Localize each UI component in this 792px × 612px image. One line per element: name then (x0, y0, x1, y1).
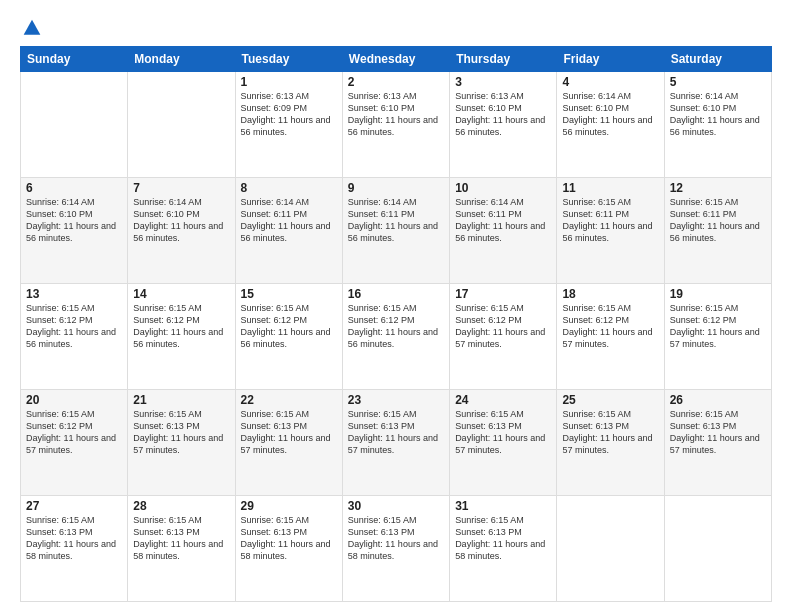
day-number: 10 (455, 181, 551, 195)
calendar-cell: 11Sunrise: 6:15 AM Sunset: 6:11 PM Dayli… (557, 178, 664, 284)
calendar-day-header: Wednesday (342, 47, 449, 72)
calendar-day-header: Saturday (664, 47, 771, 72)
calendar-cell: 20Sunrise: 6:15 AM Sunset: 6:12 PM Dayli… (21, 390, 128, 496)
cell-info: Sunrise: 6:14 AM Sunset: 6:10 PM Dayligh… (133, 196, 229, 245)
cell-info: Sunrise: 6:14 AM Sunset: 6:11 PM Dayligh… (348, 196, 444, 245)
day-number: 31 (455, 499, 551, 513)
cell-info: Sunrise: 6:13 AM Sunset: 6:10 PM Dayligh… (348, 90, 444, 139)
svg-marker-0 (24, 20, 41, 35)
calendar-day-header: Sunday (21, 47, 128, 72)
day-number: 20 (26, 393, 122, 407)
calendar-cell: 9Sunrise: 6:14 AM Sunset: 6:11 PM Daylig… (342, 178, 449, 284)
calendar-cell: 17Sunrise: 6:15 AM Sunset: 6:12 PM Dayli… (450, 284, 557, 390)
cell-info: Sunrise: 6:15 AM Sunset: 6:12 PM Dayligh… (348, 302, 444, 351)
calendar-cell: 25Sunrise: 6:15 AM Sunset: 6:13 PM Dayli… (557, 390, 664, 496)
day-number: 29 (241, 499, 337, 513)
cell-info: Sunrise: 6:14 AM Sunset: 6:11 PM Dayligh… (241, 196, 337, 245)
day-number: 7 (133, 181, 229, 195)
calendar-cell (664, 496, 771, 602)
page: SundayMondayTuesdayWednesdayThursdayFrid… (0, 0, 792, 612)
cell-info: Sunrise: 6:15 AM Sunset: 6:12 PM Dayligh… (26, 408, 122, 457)
day-number: 23 (348, 393, 444, 407)
cell-info: Sunrise: 6:15 AM Sunset: 6:12 PM Dayligh… (455, 302, 551, 351)
day-number: 1 (241, 75, 337, 89)
calendar-cell: 3Sunrise: 6:13 AM Sunset: 6:10 PM Daylig… (450, 72, 557, 178)
logo-icon (22, 18, 42, 38)
day-number: 13 (26, 287, 122, 301)
calendar-cell: 14Sunrise: 6:15 AM Sunset: 6:12 PM Dayli… (128, 284, 235, 390)
cell-info: Sunrise: 6:15 AM Sunset: 6:13 PM Dayligh… (133, 408, 229, 457)
calendar-cell (21, 72, 128, 178)
calendar-cell: 15Sunrise: 6:15 AM Sunset: 6:12 PM Dayli… (235, 284, 342, 390)
header (20, 18, 772, 38)
day-number: 12 (670, 181, 766, 195)
calendar-cell: 28Sunrise: 6:15 AM Sunset: 6:13 PM Dayli… (128, 496, 235, 602)
cell-info: Sunrise: 6:15 AM Sunset: 6:11 PM Dayligh… (562, 196, 658, 245)
cell-info: Sunrise: 6:13 AM Sunset: 6:10 PM Dayligh… (455, 90, 551, 139)
day-number: 30 (348, 499, 444, 513)
cell-info: Sunrise: 6:15 AM Sunset: 6:11 PM Dayligh… (670, 196, 766, 245)
cell-info: Sunrise: 6:15 AM Sunset: 6:13 PM Dayligh… (26, 514, 122, 563)
day-number: 21 (133, 393, 229, 407)
day-number: 27 (26, 499, 122, 513)
cell-info: Sunrise: 6:15 AM Sunset: 6:13 PM Dayligh… (455, 408, 551, 457)
day-number: 17 (455, 287, 551, 301)
cell-info: Sunrise: 6:13 AM Sunset: 6:09 PM Dayligh… (241, 90, 337, 139)
day-number: 24 (455, 393, 551, 407)
cell-info: Sunrise: 6:15 AM Sunset: 6:13 PM Dayligh… (455, 514, 551, 563)
logo (20, 18, 42, 38)
cell-info: Sunrise: 6:15 AM Sunset: 6:13 PM Dayligh… (241, 514, 337, 563)
day-number: 6 (26, 181, 122, 195)
calendar-table: SundayMondayTuesdayWednesdayThursdayFrid… (20, 46, 772, 602)
cell-info: Sunrise: 6:15 AM Sunset: 6:13 PM Dayligh… (241, 408, 337, 457)
calendar-cell (557, 496, 664, 602)
calendar-week-row: 13Sunrise: 6:15 AM Sunset: 6:12 PM Dayli… (21, 284, 772, 390)
calendar-cell: 12Sunrise: 6:15 AM Sunset: 6:11 PM Dayli… (664, 178, 771, 284)
cell-info: Sunrise: 6:15 AM Sunset: 6:12 PM Dayligh… (241, 302, 337, 351)
calendar-day-header: Friday (557, 47, 664, 72)
calendar-cell: 7Sunrise: 6:14 AM Sunset: 6:10 PM Daylig… (128, 178, 235, 284)
cell-info: Sunrise: 6:14 AM Sunset: 6:10 PM Dayligh… (562, 90, 658, 139)
calendar-cell: 31Sunrise: 6:15 AM Sunset: 6:13 PM Dayli… (450, 496, 557, 602)
calendar-week-row: 20Sunrise: 6:15 AM Sunset: 6:12 PM Dayli… (21, 390, 772, 496)
cell-info: Sunrise: 6:15 AM Sunset: 6:12 PM Dayligh… (670, 302, 766, 351)
calendar-cell: 19Sunrise: 6:15 AM Sunset: 6:12 PM Dayli… (664, 284, 771, 390)
calendar-day-header: Tuesday (235, 47, 342, 72)
cell-info: Sunrise: 6:15 AM Sunset: 6:13 PM Dayligh… (348, 514, 444, 563)
calendar-cell: 27Sunrise: 6:15 AM Sunset: 6:13 PM Dayli… (21, 496, 128, 602)
calendar-day-header: Thursday (450, 47, 557, 72)
cell-info: Sunrise: 6:15 AM Sunset: 6:13 PM Dayligh… (670, 408, 766, 457)
cell-info: Sunrise: 6:15 AM Sunset: 6:13 PM Dayligh… (348, 408, 444, 457)
calendar-cell: 6Sunrise: 6:14 AM Sunset: 6:10 PM Daylig… (21, 178, 128, 284)
calendar-cell: 22Sunrise: 6:15 AM Sunset: 6:13 PM Dayli… (235, 390, 342, 496)
calendar-week-row: 27Sunrise: 6:15 AM Sunset: 6:13 PM Dayli… (21, 496, 772, 602)
day-number: 26 (670, 393, 766, 407)
calendar-cell: 24Sunrise: 6:15 AM Sunset: 6:13 PM Dayli… (450, 390, 557, 496)
calendar-cell: 4Sunrise: 6:14 AM Sunset: 6:10 PM Daylig… (557, 72, 664, 178)
calendar-cell: 21Sunrise: 6:15 AM Sunset: 6:13 PM Dayli… (128, 390, 235, 496)
day-number: 19 (670, 287, 766, 301)
day-number: 4 (562, 75, 658, 89)
day-number: 3 (455, 75, 551, 89)
day-number: 14 (133, 287, 229, 301)
calendar-cell: 18Sunrise: 6:15 AM Sunset: 6:12 PM Dayli… (557, 284, 664, 390)
calendar-cell: 1Sunrise: 6:13 AM Sunset: 6:09 PM Daylig… (235, 72, 342, 178)
day-number: 15 (241, 287, 337, 301)
calendar-week-row: 6Sunrise: 6:14 AM Sunset: 6:10 PM Daylig… (21, 178, 772, 284)
calendar-week-row: 1Sunrise: 6:13 AM Sunset: 6:09 PM Daylig… (21, 72, 772, 178)
calendar-header-row: SundayMondayTuesdayWednesdayThursdayFrid… (21, 47, 772, 72)
cell-info: Sunrise: 6:14 AM Sunset: 6:10 PM Dayligh… (26, 196, 122, 245)
calendar-cell (128, 72, 235, 178)
day-number: 11 (562, 181, 658, 195)
cell-info: Sunrise: 6:14 AM Sunset: 6:11 PM Dayligh… (455, 196, 551, 245)
day-number: 2 (348, 75, 444, 89)
calendar-cell: 16Sunrise: 6:15 AM Sunset: 6:12 PM Dayli… (342, 284, 449, 390)
day-number: 22 (241, 393, 337, 407)
calendar-cell: 8Sunrise: 6:14 AM Sunset: 6:11 PM Daylig… (235, 178, 342, 284)
day-number: 5 (670, 75, 766, 89)
day-number: 28 (133, 499, 229, 513)
day-number: 8 (241, 181, 337, 195)
day-number: 9 (348, 181, 444, 195)
calendar-cell: 26Sunrise: 6:15 AM Sunset: 6:13 PM Dayli… (664, 390, 771, 496)
calendar-day-header: Monday (128, 47, 235, 72)
